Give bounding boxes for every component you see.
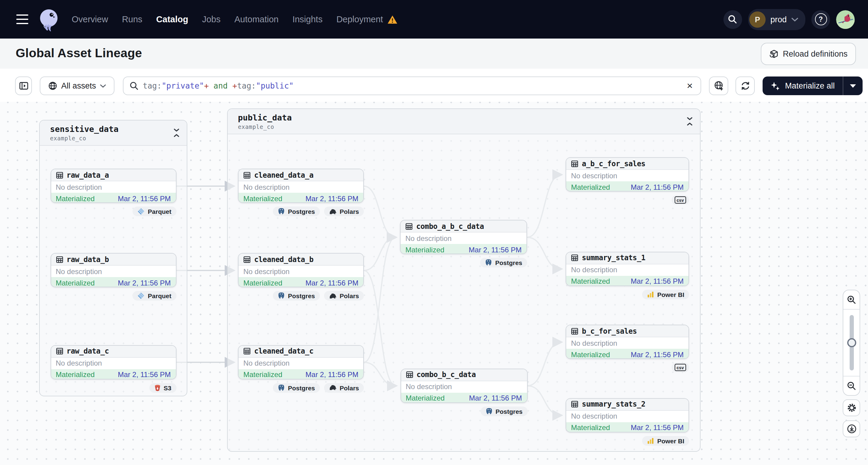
- kind-badge-csv: csv: [671, 195, 689, 205]
- asset-description: No description: [239, 181, 363, 193]
- materialization-timestamp[interactable]: Mar 2, 11:56 PM: [631, 277, 684, 285]
- tag-parquet: Parquet: [133, 291, 176, 301]
- group-title: public_data: [238, 113, 292, 122]
- asset-tags: PostgresPolars: [238, 383, 364, 393]
- reload-definitions-button[interactable]: Reload definitions: [761, 43, 856, 65]
- asset-description-text: No description: [243, 359, 289, 367]
- materialization-timestamp[interactable]: Mar 2, 11:56 PM: [305, 194, 359, 203]
- tag-label: Postgres: [288, 208, 315, 215]
- materialization-timestamp[interactable]: Mar 2, 11:56 PM: [631, 424, 684, 432]
- materialized-status: Materialized: [571, 277, 610, 285]
- tag-label: Postgres: [495, 407, 523, 415]
- asset-node-a_b_c_for_sales[interactable]: a_b_c_for_salesNo descriptionMaterialize…: [566, 157, 689, 191]
- deployment-initial: P: [749, 11, 766, 27]
- download-image-button[interactable]: [843, 421, 860, 437]
- materialized-status: Materialized: [243, 370, 282, 379]
- asset-node-summary_stats_1[interactable]: summary_stats_1No descriptionMaterialize…: [566, 251, 689, 286]
- asset-node-combo_b_c_data[interactable]: combo_b_c_dataNo descriptionMaterialized…: [400, 368, 527, 403]
- asset-description-text: No description: [571, 339, 617, 347]
- nav-items: OverviewRunsCatalogJobsAutomationInsight…: [72, 14, 398, 24]
- lineage-canvas[interactable]: sensitive_dataexample_copublic_dataexamp…: [0, 102, 868, 465]
- asset-name: summary_stats_1: [582, 254, 645, 262]
- materialization-timestamp[interactable]: Mar 2, 11:56 PM: [118, 370, 171, 379]
- view-global-lineage-button[interactable]: [709, 76, 728, 95]
- zoom-out-icon: [847, 381, 856, 390]
- nav-item-deployment[interactable]: Deployment: [336, 14, 383, 24]
- materialization-timestamp[interactable]: Mar 2, 11:56 PM: [118, 279, 171, 287]
- group-subtitle: example_co: [50, 135, 86, 142]
- materialization-timestamp[interactable]: Mar 2, 11:56 PM: [469, 394, 522, 402]
- nav-item-catalog[interactable]: Catalog: [156, 14, 188, 24]
- polars-icon: [329, 208, 337, 215]
- materialization-timestamp[interactable]: Mar 2, 11:56 PM: [305, 279, 359, 287]
- asset-node-b_c_for_sales[interactable]: b_c_for_salesNo descriptionMaterializedM…: [566, 324, 689, 359]
- materialization-timestamp[interactable]: Mar 2, 11:56 PM: [118, 194, 171, 203]
- nav-item-jobs[interactable]: Jobs: [202, 14, 220, 24]
- asset-status-row: MaterializedMar 2, 11:56 PM: [401, 393, 527, 403]
- asset-tags: csv: [566, 363, 689, 372]
- asset-node-header: summary_stats_1: [566, 252, 688, 264]
- asset-node-raw_data_c[interactable]: raw_data_cNo descriptionMaterializedMar …: [50, 345, 176, 379]
- nav-item-runs[interactable]: Runs: [122, 14, 143, 24]
- asset-group-header[interactable]: public_dataexample_co: [228, 109, 700, 134]
- asset-description-text: No description: [406, 382, 452, 391]
- asset-node-cleaned_data_a[interactable]: cleaned_data_aNo descriptionMaterialized…: [238, 169, 364, 203]
- asset-node-summary_stats_2[interactable]: summary_stats_2No descriptionMaterialize…: [566, 398, 689, 432]
- sparkles-icon: [770, 81, 780, 91]
- asset-description-text: No description: [405, 234, 452, 242]
- materialization-timestamp[interactable]: Mar 2, 11:56 PM: [631, 350, 684, 359]
- materialized-status: Materialized: [56, 194, 95, 203]
- asset-node-combo_a_b_c_data[interactable]: combo_a_b_c_dataNo descriptionMaterializ…: [400, 220, 527, 254]
- asset-description: No description: [401, 381, 527, 393]
- asset-scope-dropdown[interactable]: All assets: [40, 76, 115, 95]
- asset-status-row: MaterializedMar 2, 11:56 PM: [51, 277, 176, 287]
- panel-expand-icon: [19, 82, 28, 90]
- user-avatar[interactable]: [836, 10, 855, 29]
- materialized-status: Materialized: [56, 370, 95, 379]
- deployment-switcher[interactable]: P prod: [748, 9, 805, 30]
- zoom-control: [843, 290, 860, 396]
- materialization-timestamp[interactable]: Mar 2, 11:56 PM: [469, 245, 522, 254]
- zoom-in-button[interactable]: [843, 290, 860, 309]
- asset-node-cleaned_data_c[interactable]: cleaned_data_cNo descriptionMaterialized…: [238, 345, 364, 379]
- zoom-out-button[interactable]: [843, 376, 860, 395]
- tag-postgres: Postgres: [273, 291, 320, 301]
- toggle-left-panel-button[interactable]: [15, 76, 32, 95]
- collapse-group-icon[interactable]: [173, 128, 180, 140]
- nav-item-automation[interactable]: Automation: [234, 14, 279, 24]
- download-icon: [847, 424, 856, 434]
- tag-label: Postgres: [288, 292, 315, 299]
- zoom-slider-thumb[interactable]: [847, 338, 856, 347]
- asset-tags: Postgres: [400, 258, 527, 268]
- graph-settings-button[interactable]: [843, 399, 860, 416]
- materialization-timestamp[interactable]: Mar 2, 11:56 PM: [631, 183, 684, 191]
- refresh-button[interactable]: [736, 76, 755, 95]
- kind-badge-csv: csv: [671, 363, 689, 372]
- asset-node-cleaned_data_b[interactable]: cleaned_data_bNo descriptionMaterialized…: [238, 253, 364, 287]
- collapse-group-icon[interactable]: [686, 117, 693, 128]
- nav-item-overview[interactable]: Overview: [72, 14, 108, 24]
- materialization-timestamp[interactable]: Mar 2, 11:56 PM: [305, 370, 359, 379]
- materialize-all-label: Materialize all: [785, 81, 835, 90]
- clear-search-icon[interactable]: ×: [684, 79, 696, 93]
- asset-scope-label: All assets: [61, 81, 96, 90]
- asset-name: raw_data_a: [67, 171, 109, 179]
- materialize-all-button[interactable]: Materialize all: [763, 81, 843, 91]
- asset-name: b_c_for_sales: [582, 327, 637, 335]
- nav-item-insights[interactable]: Insights: [292, 14, 322, 24]
- asset-search-input[interactable]: tag:"private"+ and +tag:"public" ×: [123, 76, 701, 95]
- search-icon[interactable]: [723, 10, 742, 29]
- asset-group-header[interactable]: sensitive_dataexample_co: [40, 121, 187, 146]
- page-title: Global Asset Lineage: [16, 46, 142, 60]
- asset-node-raw_data_b[interactable]: raw_data_bNo descriptionMaterializedMar …: [50, 253, 176, 287]
- asset-node-raw_data_a[interactable]: raw_data_aNo descriptionMaterializedMar …: [50, 169, 176, 203]
- materialize-options-button[interactable]: [843, 76, 863, 95]
- help-icon[interactable]: ?: [811, 10, 830, 29]
- tag-postgres: Postgres: [480, 406, 527, 416]
- asset-status-row: MaterializedMar 2, 11:56 PM: [239, 193, 363, 203]
- menu-icon[interactable]: [16, 14, 28, 24]
- reload-cube-icon: [769, 49, 779, 59]
- dagster-logo-icon[interactable]: [37, 7, 61, 31]
- asset-status-row: MaterializedMar 2, 11:56 PM: [239, 277, 363, 287]
- chevron-down-icon: [792, 17, 798, 21]
